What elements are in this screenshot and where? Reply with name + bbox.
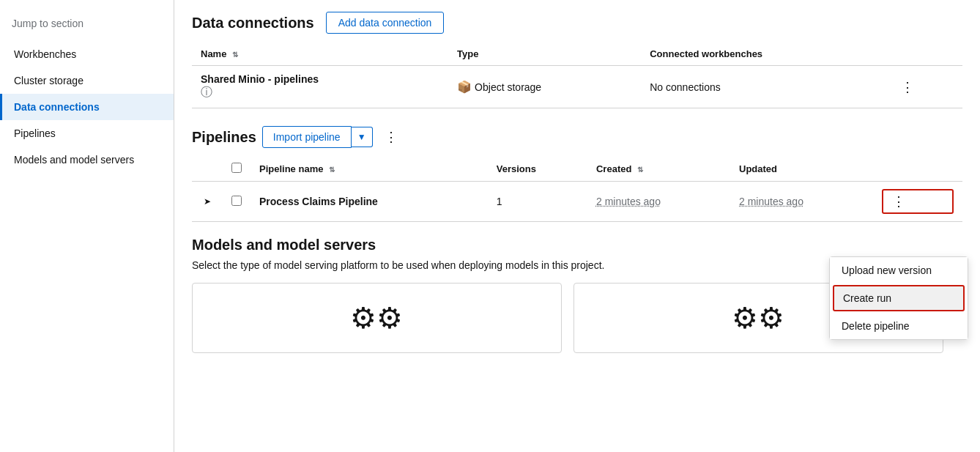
col-pipeline-actions — [873, 157, 962, 182]
col-checkbox — [223, 157, 250, 182]
sidebar-item-cluster-storage[interactable]: Cluster storage — [0, 67, 174, 94]
sidebar-title: Jump to section — [0, 12, 174, 41]
storage-type: 📦 Object storage — [457, 80, 541, 94]
storage-icon: 📦 — [457, 80, 472, 94]
pipeline-actions-cell: ⋮ — [873, 182, 962, 222]
pipelines-title: Pipelines — [192, 129, 256, 146]
add-data-connection-button[interactable]: Add data connection — [326, 12, 445, 34]
table-row: ➤ Process Claims Pipeline 1 2 minutes ag… — [192, 182, 962, 222]
pipeline-name-cell: Process Claims Pipeline — [250, 182, 488, 222]
pipeline-checkbox[interactable] — [231, 196, 242, 206]
created-sort-icon[interactable]: ⇅ — [637, 166, 643, 174]
model-card-1: ⚙⚙ — [192, 283, 562, 353]
sidebar-item-pipelines[interactable]: Pipelines — [0, 120, 174, 147]
context-menu-delete-pipeline[interactable]: Delete pipeline — [830, 313, 968, 339]
pipeline-versions-cell: 1 — [488, 182, 587, 222]
select-all-checkbox[interactable] — [231, 163, 242, 173]
sidebar: Jump to section Workbenches Cluster stor… — [0, 0, 174, 452]
gear-icon-2: ⚙⚙ — [732, 301, 784, 335]
import-pipeline-button[interactable]: Import pipeline — [262, 126, 352, 148]
import-pipeline-dropdown-button[interactable]: ▼ — [352, 127, 373, 147]
connection-name-cell: Shared Minio - pipelines ⓘ — [192, 66, 448, 108]
connection-name: Shared Minio - pipelines — [201, 73, 439, 85]
context-menu-upload-version[interactable]: Upload new version — [830, 257, 968, 284]
col-actions — [888, 42, 962, 66]
sidebar-item-data-connections[interactable]: Data connections — [0, 94, 174, 120]
models-title: Models and model servers — [192, 237, 962, 253]
context-menu-create-run[interactable]: Create run — [833, 285, 965, 311]
col-versions: Versions — [488, 157, 587, 182]
data-connections-title: Data connections — [192, 15, 314, 32]
connection-kebab-button[interactable]: ⋮ — [897, 78, 918, 97]
main-content: Data connections Add data connection Nam… — [174, 0, 980, 452]
data-connections-header: Data connections Add data connection — [192, 12, 962, 34]
context-menu: Upload new version Create run Delete pip… — [829, 256, 968, 340]
name-sort-icon[interactable]: ⇅ — [232, 51, 238, 59]
col-updated: Updated — [730, 157, 873, 182]
data-connections-table: Name ⇅ Type Connected workbenches Shared… — [192, 42, 962, 108]
col-expand — [192, 157, 223, 182]
gear-icon-1: ⚙⚙ — [350, 301, 403, 335]
sidebar-item-models[interactable]: Models and model servers — [0, 147, 174, 173]
pipeline-expand-cell: ➤ — [192, 182, 223, 222]
pipeline-kebab-highlighted: ⋮ — [882, 189, 954, 214]
sidebar-item-workbenches[interactable]: Workbenches — [0, 41, 174, 67]
pipeline-table: Pipeline name ⇅ Versions Created ⇅ Updat… — [192, 157, 962, 222]
connection-info-icon: ⓘ — [201, 85, 439, 100]
pipeline-created-cell: 2 minutes ago — [587, 182, 730, 222]
col-connected: Connected workbenches — [641, 42, 888, 66]
pipeline-name-sort-icon[interactable]: ⇅ — [329, 166, 335, 174]
pipeline-updated-cell: 2 minutes ago — [730, 182, 873, 222]
table-row: Shared Minio - pipelines ⓘ 📦 Object stor… — [192, 66, 962, 108]
pipeline-expand-button[interactable]: ➤ — [201, 195, 214, 208]
import-button-group: Import pipeline ▼ — [262, 126, 373, 148]
connection-actions-cell: ⋮ — [888, 66, 962, 108]
col-name: Name ⇅ — [192, 42, 448, 66]
connection-type-cell: 📦 Object storage — [448, 66, 641, 108]
col-type: Type — [448, 42, 641, 66]
pipeline-checkbox-cell — [223, 182, 250, 222]
pipelines-header: Pipelines Import pipeline ▼ ⋮ — [192, 126, 962, 148]
pipelines-kebab-button[interactable]: ⋮ — [379, 126, 404, 148]
pipeline-kebab-button[interactable]: ⋮ — [888, 192, 910, 211]
col-created: Created ⇅ — [587, 157, 730, 182]
connection-connected-cell: No connections — [641, 66, 888, 108]
col-pipeline-name: Pipeline name ⇅ — [250, 157, 488, 182]
